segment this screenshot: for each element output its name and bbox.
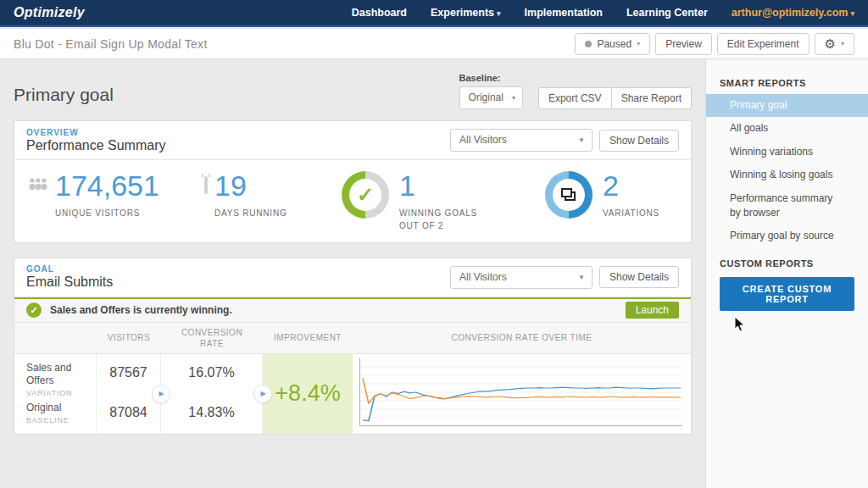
create-custom-report-button[interactable]: CREATE CUSTOM REPORT — [720, 277, 854, 311]
sidebar-item-winning-variations[interactable]: Winning variations — [706, 141, 868, 164]
baseline-label: Baseline: — [459, 73, 523, 83]
column-header-chart: CONVERSION RATE OVER TIME — [353, 323, 691, 354]
column-header-improvement: IMPROVEMENT — [263, 323, 353, 354]
unique-visitors-label: UNIQUE VISITORS — [55, 207, 159, 219]
winning-banner: ✓ Sales and Offers is currently winning.… — [14, 297, 691, 323]
baseline-select[interactable]: Original ▾ — [459, 86, 523, 109]
stats-row: 174,651 UNIQUE VISITORS 19 DAYS RUNNING … — [14, 160, 691, 242]
overview-panel-title: Performance Summary — [26, 138, 166, 153]
people-icon — [28, 178, 48, 194]
goal-show-details-button[interactable]: Show Details — [599, 266, 679, 288]
expand-conversion-button[interactable]: ▶ — [253, 385, 272, 403]
play-arrow-icon: ▶ — [260, 390, 265, 397]
performance-summary-panel: OVERVIEW Performance Summary All Visitor… — [14, 120, 692, 243]
share-report-button[interactable]: Share Report — [612, 87, 692, 109]
stat-winning-goals: ✓ 1 WINNING GOALS OUT OF 2 — [342, 171, 545, 232]
preview-button[interactable]: Preview — [655, 33, 712, 55]
nav-dashboard[interactable]: Dashboard — [352, 7, 407, 19]
launch-button[interactable]: Launch — [626, 302, 679, 319]
custom-reports-header: CUSTOM REPORTS — [720, 258, 868, 269]
chevron-down-icon: ▾ — [637, 40, 640, 47]
column-header-blank — [14, 323, 97, 354]
main-content: Primary goal Baseline: Original ▾ Export… — [0, 59, 705, 488]
stat-unique-visitors: 174,651 UNIQUE VISITORS — [28, 171, 204, 219]
goal-panel-header: GOAL Email Submits All Visitors ▼ Show D… — [14, 258, 691, 297]
stat-days-running: 19 DAYS RUNNING — [204, 171, 342, 219]
play-arrow-icon: ▶ — [159, 390, 164, 397]
variations-value: 2 — [603, 171, 659, 202]
expand-visitors-button[interactable]: ▶ — [152, 385, 170, 403]
column-header-visitors: VISITORS — [97, 323, 161, 354]
chevron-down-icon: ▾ — [850, 9, 854, 18]
toolbar-actions: Paused ▾ Preview Edit Experiment ⚙ ▾ — [575, 33, 854, 55]
baseline-conversion-rate-value: 14.83% — [161, 394, 263, 434]
export-csv-button[interactable]: Export CSV — [538, 87, 612, 109]
edit-experiment-button[interactable]: Edit Experiment — [717, 33, 810, 55]
gear-icon: ⚙ — [825, 37, 836, 50]
paused-status-dot-icon — [585, 41, 592, 47]
chevron-down-icon: ▾ — [512, 87, 515, 108]
chevron-down-icon: ▼ — [578, 267, 585, 288]
variation-conversion-rate-value: 16.07% — [161, 354, 263, 394]
page-title: Primary goal — [14, 85, 114, 105]
report-header-controls: Baseline: Original ▾ Export CSV Share Re… — [459, 73, 692, 109]
export-share-group: Export CSV Share Report — [538, 87, 692, 109]
experiment-toolbar: Blu Dot - Email Sign Up Modal Text Pause… — [0, 29, 868, 59]
variations-donut — [545, 171, 593, 219]
days-running-label: DAYS RUNNING — [214, 207, 287, 219]
chevron-down-icon: ▾ — [841, 40, 844, 47]
nav-implementation[interactable]: Implementation — [525, 7, 603, 19]
nav-experiments[interactable]: Experiments▾ — [431, 7, 501, 19]
sidebar-item-winning-losing-goals[interactable]: Winning & losing goals — [706, 164, 868, 186]
optimizely-logo: Optimizely — [14, 5, 85, 20]
chevron-down-icon: ▾ — [497, 9, 501, 18]
chevron-down-icon: ▼ — [578, 130, 585, 151]
sidebar-item-all-goals[interactable]: All goals — [706, 117, 868, 140]
variation-visitors-value: 87567 — [97, 354, 161, 394]
overview-eyebrow: OVERVIEW — [26, 128, 166, 137]
check-circle-icon: ✓ — [26, 302, 42, 318]
goal-panel-title: Email Submits — [26, 274, 113, 290]
reports-sidebar: SMART REPORTS Primary goal All goals Win… — [705, 59, 868, 488]
variations-label: VARIATIONS — [603, 207, 659, 219]
days-running-value: 19 — [214, 171, 287, 202]
top-navbar: Optimizely Dashboard Experiments▾ Implem… — [0, 0, 868, 27]
sidebar-item-primary-goal[interactable]: Primary goal — [706, 94, 868, 117]
goal-segment-select[interactable]: All Visitors ▼ — [450, 266, 593, 289]
unique-visitors-value: 174,651 — [55, 171, 159, 202]
improvement-value: +8.4% — [263, 354, 353, 434]
nav-learning-center[interactable]: Learning Center — [626, 7, 708, 19]
winning-message: Sales and Offers is currently winning. — [50, 304, 232, 316]
experiment-title: Blu Dot - Email Sign Up Modal Text — [14, 37, 208, 51]
calendar-icon — [204, 178, 208, 193]
overview-segment-select[interactable]: All Visitors ▼ — [450, 129, 593, 152]
account-menu[interactable]: arthur@optimizely.com▾ — [732, 7, 854, 19]
stat-variations: 2 VARIATIONS — [545, 171, 659, 219]
sidebar-item-primary-goal-source[interactable]: Primary goal by source — [706, 225, 868, 247]
winning-goals-donut: ✓ — [342, 171, 389, 219]
table-row-baseline-name: Original BASELINE — [14, 394, 97, 434]
conversion-rate-chart — [353, 354, 691, 434]
goal-eyebrow: GOAL — [26, 264, 113, 274]
nav-items: Dashboard Experiments▾ Implementation Le… — [352, 7, 854, 19]
results-table: VISITORS CONVERSION RATE IMPROVEMENT CON… — [14, 323, 691, 434]
check-icon: ✓ — [357, 183, 374, 207]
overview-show-details-button[interactable]: Show Details — [599, 130, 679, 152]
status-dropdown-button[interactable]: Paused ▾ — [575, 33, 650, 55]
table-row-variation-name: Sales and Offers VARIATION — [14, 354, 97, 394]
settings-gear-button[interactable]: ⚙ ▾ — [815, 33, 854, 55]
smart-reports-header: SMART REPORTS — [720, 78, 868, 88]
goal-panel: GOAL Email Submits All Visitors ▼ Show D… — [14, 258, 692, 435]
sparkline-chart — [359, 358, 682, 426]
report-header: Primary goal Baseline: Original ▾ Export… — [14, 71, 692, 120]
overview-panel-header: OVERVIEW Performance Summary All Visitor… — [14, 121, 691, 160]
baseline-visitors-value: 87084 — [97, 394, 161, 434]
winning-goals-value: 1 — [399, 171, 492, 202]
sidebar-item-performance-summary-browser[interactable]: Performance summary by browser — [706, 187, 868, 225]
winning-goals-label: WINNING GOALS OUT OF 2 — [399, 207, 492, 232]
layered-windows-icon — [561, 188, 576, 202]
column-header-conversion-rate: CONVERSION RATE — [161, 323, 263, 354]
